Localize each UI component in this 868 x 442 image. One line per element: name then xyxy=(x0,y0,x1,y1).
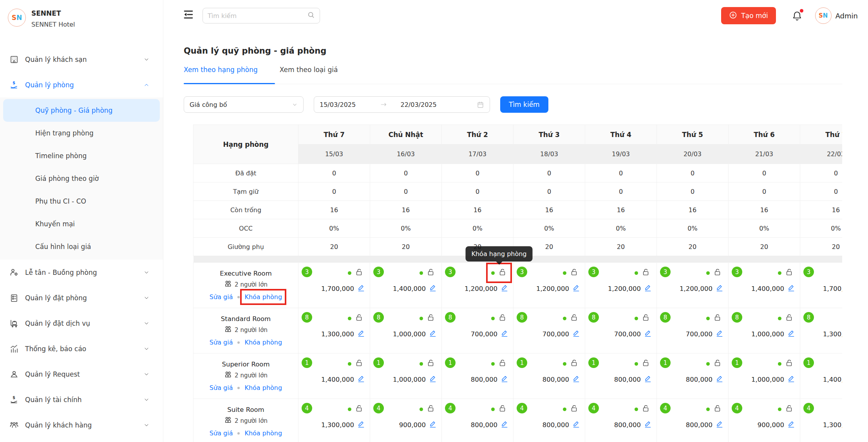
lock-icon[interactable] xyxy=(427,404,435,414)
edit-pencil-icon[interactable] xyxy=(787,284,795,293)
sidebar-subitem-ci-co-surcharge[interactable]: Phụ thu CI - CO xyxy=(0,190,163,213)
edit-pencil-icon[interactable] xyxy=(501,284,508,293)
lock-icon[interactable] xyxy=(498,268,507,278)
lock-icon[interactable] xyxy=(355,313,363,323)
lock-icon[interactable] xyxy=(570,359,579,369)
lock-icon[interactable] xyxy=(785,404,794,414)
sidebar-item-rooms[interactable]: $ Quản lý phòng xyxy=(0,72,163,97)
edit-price-link[interactable]: Sửa giá xyxy=(210,429,233,437)
edit-pencil-icon[interactable] xyxy=(644,284,652,293)
edit-pencil-icon[interactable] xyxy=(787,420,795,429)
user-avatar[interactable]: SN xyxy=(815,7,832,24)
sidebar-subitem-hourly-price[interactable]: Giá phòng theo giờ xyxy=(0,167,163,190)
edit-pencil-icon[interactable] xyxy=(572,329,580,339)
sidebar-item-booking[interactable]: Quản lý đặt phòng xyxy=(0,285,163,310)
lock-room-link[interactable]: Khóa phòng xyxy=(244,339,282,346)
table-row-standard: Standard Room 2 người lớn Sửa giáKhóa ph… xyxy=(193,308,843,354)
people-group-icon xyxy=(9,420,19,430)
lock-icon[interactable] xyxy=(498,404,507,414)
sidebar-item-hotel[interactable]: Quản lý khách sạn xyxy=(0,47,163,72)
calendar-icon xyxy=(477,101,484,108)
edit-pencil-icon[interactable] xyxy=(644,420,652,429)
sidebar-subitem-room-timeline[interactable]: Timeline phòng xyxy=(0,144,163,167)
status-dot xyxy=(348,408,351,411)
lock-icon[interactable] xyxy=(785,359,794,369)
price-table-wrap[interactable]: Hạng phòng Thứ 7 Chủ Nhật Thứ 2 Thứ 3 Th… xyxy=(193,124,842,442)
create-new-button[interactable]: Tạo mới xyxy=(721,7,776,24)
lock-icon[interactable] xyxy=(355,268,363,278)
lock-icon[interactable] xyxy=(570,313,579,323)
lock-room-link[interactable]: Khóa phòng xyxy=(244,429,282,437)
lock-icon[interactable] xyxy=(355,359,363,369)
lock-icon[interactable] xyxy=(642,268,650,278)
edit-pencil-icon[interactable] xyxy=(644,375,652,384)
edit-pencil-icon[interactable] xyxy=(501,329,508,339)
lock-icon[interactable] xyxy=(642,359,650,369)
lock-icon[interactable] xyxy=(785,268,794,278)
date-range-picker[interactable]: 15/03/2025 22/03/2025 xyxy=(314,96,490,113)
sidebar-item-reception[interactable]: Lễ tân - Buồng phòng xyxy=(0,260,163,285)
luggage-cart-icon xyxy=(9,319,19,328)
lock-icon[interactable] xyxy=(713,404,722,414)
lock-icon[interactable] xyxy=(713,268,722,278)
lock-room-link[interactable]: Khóa phòng xyxy=(244,293,282,301)
price-type-select[interactable]: Giá công bố xyxy=(184,96,304,113)
edit-pencil-icon[interactable] xyxy=(716,284,723,293)
sidebar-item-reports[interactable]: Thống kê, báo cáo xyxy=(0,336,163,361)
edit-pencil-icon[interactable] xyxy=(787,329,795,339)
edit-pencil-icon[interactable] xyxy=(716,420,723,429)
edit-pencil-icon[interactable] xyxy=(501,375,508,384)
sidebar-subitem-quota-price[interactable]: Quỹ phòng - Giá phòng xyxy=(3,99,160,122)
edit-pencil-icon[interactable] xyxy=(429,420,437,429)
edit-pencil-icon[interactable] xyxy=(357,375,365,384)
edit-pencil-icon[interactable] xyxy=(357,284,365,293)
locked-cell-highlight[interactable]: Khóa hạng phòng xyxy=(491,268,507,278)
lock-room-link[interactable]: Khóa phòng xyxy=(244,384,282,391)
edit-pencil-icon[interactable] xyxy=(429,375,437,384)
edit-pencil-icon[interactable] xyxy=(716,329,723,339)
edit-pencil-icon[interactable] xyxy=(429,284,437,293)
search-icon[interactable] xyxy=(307,11,315,20)
edit-pencil-icon[interactable] xyxy=(572,420,580,429)
sidebar-collapse-icon[interactable] xyxy=(183,9,194,22)
tab-by-price-type[interactable]: Xem theo loại giá xyxy=(280,66,338,83)
lock-icon[interactable] xyxy=(498,359,507,369)
edit-pencil-icon[interactable] xyxy=(429,329,437,339)
sidebar-item-request[interactable]: Quản lý Request xyxy=(0,361,163,387)
edit-pencil-icon[interactable] xyxy=(787,375,795,384)
lock-icon[interactable] xyxy=(570,268,579,278)
lock-icon[interactable] xyxy=(498,313,507,323)
lock-icon[interactable] xyxy=(642,404,650,414)
lock-icon[interactable] xyxy=(427,359,435,369)
edit-pencil-icon[interactable] xyxy=(644,329,652,339)
sidebar-subitem-room-status[interactable]: Hiện trạng phòng xyxy=(0,122,163,144)
notification-bell-icon[interactable] xyxy=(792,10,803,21)
date-header: 20/03 xyxy=(657,144,729,164)
edit-pencil-icon[interactable] xyxy=(716,375,723,384)
search-input[interactable] xyxy=(208,12,307,20)
edit-pencil-icon[interactable] xyxy=(357,420,365,429)
sidebar-item-finance[interactable]: $ Quản lý tài chính xyxy=(0,387,163,412)
sidebar-subitem-price-type-config[interactable]: Cấu hình loại giá xyxy=(0,235,163,258)
user-name[interactable]: Admin xyxy=(835,12,858,20)
filter-search-button[interactable]: Tìm kiếm xyxy=(500,96,548,113)
edit-pencil-icon[interactable] xyxy=(501,420,508,429)
lock-icon[interactable] xyxy=(570,404,579,414)
edit-price-link[interactable]: Sửa giá xyxy=(210,293,233,301)
edit-pencil-icon[interactable] xyxy=(572,375,580,384)
sidebar-item-customers[interactable]: Quản lý khách hàng xyxy=(0,412,163,438)
lock-icon[interactable] xyxy=(642,313,650,323)
lock-icon[interactable] xyxy=(713,313,722,323)
lock-icon[interactable] xyxy=(355,404,363,414)
edit-price-link[interactable]: Sửa giá xyxy=(210,339,233,346)
lock-icon[interactable] xyxy=(427,313,435,323)
sidebar-item-service-booking[interactable]: Quản lý đặt dịch vụ xyxy=(0,310,163,336)
lock-icon[interactable] xyxy=(785,313,794,323)
sidebar-subitem-promotion[interactable]: Khuyến mại xyxy=(0,213,163,235)
edit-price-link[interactable]: Sửa giá xyxy=(210,384,233,391)
tab-by-room-class[interactable]: Xem theo hạng phòng xyxy=(184,66,258,83)
edit-pencil-icon[interactable] xyxy=(357,329,365,339)
lock-icon[interactable] xyxy=(427,268,435,278)
edit-pencil-icon[interactable] xyxy=(572,284,580,293)
lock-icon[interactable] xyxy=(713,359,722,369)
